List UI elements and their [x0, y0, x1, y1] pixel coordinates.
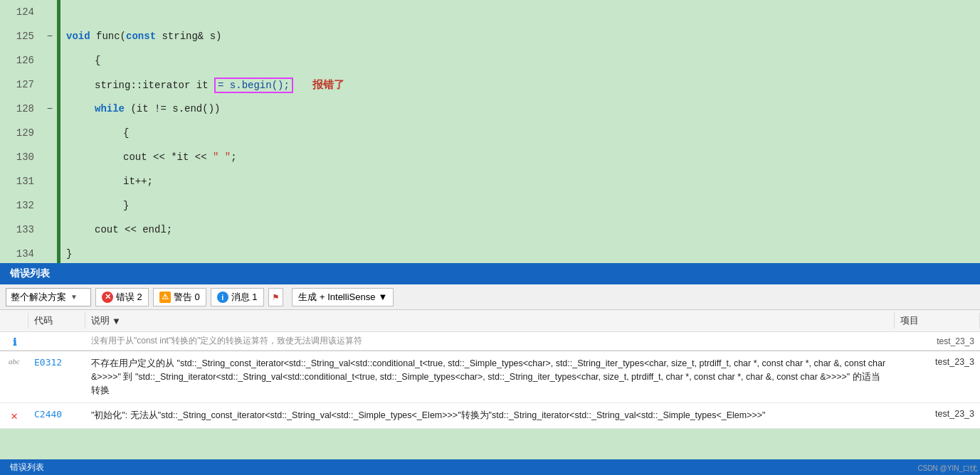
error-filter-btn[interactable]: ✕ 错误 2 [95, 288, 149, 306]
table-row: ℹ没有用于从"const int"转换的"定义的转换运算符，致使无法调用该运算符… [0, 332, 980, 351]
green-bar [57, 218, 60, 242]
bottom-status-label: 错误列表 [10, 461, 44, 474]
table-row: ✕C2440"初始化": 无法从"std::_String_const_iter… [0, 403, 980, 429]
generate-arrow-icon: ▼ [378, 292, 387, 302]
sort-icon: ▼ [112, 316, 121, 326]
line-content: it++; [117, 176, 980, 187]
abc-icon: abc [9, 357, 20, 365]
error-rows-container: ℹ没有用于从"const int"转换的"定义的转换运算符，致使无法调用该运算符… [0, 332, 980, 459]
project-header-label: 项目 [900, 315, 919, 326]
code-header-label: 代码 [34, 315, 53, 326]
filter-funnel-icon: ⚑ [273, 292, 279, 303]
line-number: 125 [0, 31, 43, 42]
error-toolbar: 整个解决方案 ▼ ✕ 错误 2 ⚠ 警告 0 i 消息 1 ⚑ 生成 + Int… [0, 284, 980, 310]
green-bar [57, 48, 60, 73]
green-bar [57, 121, 60, 145]
warning-btn-label: 警告 0 [174, 291, 200, 304]
line-content: void func(const string& s) [60, 31, 980, 42]
col-code-header: 代码 [28, 313, 85, 329]
error-code-link[interactable]: C2440 [34, 409, 62, 420]
table-row: abcE0312不存在用户定义的从 "std::_String_const_it… [0, 351, 980, 403]
warning-badge-icon: ⚠ [159, 292, 171, 303]
solution-dropdown[interactable]: 整个解决方案 ▼ [6, 288, 91, 306]
line-number: 132 [0, 200, 43, 211]
green-bar [57, 97, 60, 121]
error-description: 不存在用户定义的从 "std::_String_const_iterator<s… [85, 354, 895, 400]
solution-dropdown-label: 整个解决方案 [11, 291, 66, 304]
line-content: cout << endl; [89, 224, 980, 235]
message-btn-label: 消息 1 [231, 291, 258, 304]
watermark: CSDN @YIN_口忧 [918, 464, 978, 474]
warning-filter-btn[interactable]: ⚠ 警告 0 [153, 288, 206, 306]
line-content: } [117, 200, 980, 211]
error-code-link[interactable]: E0312 [34, 357, 62, 368]
code-line: 131it++; [0, 169, 980, 193]
col-project-header: 项目 [895, 313, 980, 329]
line-number: 129 [0, 127, 43, 139]
info-icon: ℹ [13, 336, 16, 348]
code-line: 127string::iterator it = s.begin(); 报错了 [0, 73, 980, 97]
message-filter-btn[interactable]: i 消息 1 [211, 288, 264, 306]
line-content: { [89, 55, 980, 66]
error-badge-icon: ✕ [102, 292, 113, 303]
code-line: 134} [0, 242, 980, 263]
filter-icon-btn[interactable]: ⚑ [268, 288, 284, 306]
error-panel: 错误列表 整个解决方案 ▼ ✕ 错误 2 ⚠ 警告 0 i 消息 1 ⚑ 生成 … [0, 263, 980, 475]
line-number: 134 [0, 248, 43, 260]
error-panel-header: 错误列表 [0, 263, 980, 284]
error-panel-title: 错误列表 [10, 267, 50, 279]
code-line: 126{ [0, 48, 980, 73]
green-bar [57, 73, 60, 97]
error-description: "初始化": 无法从"std::_String_const_iterator<s… [85, 406, 895, 425]
line-number: 130 [0, 151, 43, 163]
line-number: 126 [0, 55, 43, 66]
error-table-header: 代码 说明 ▼ 项目 [0, 310, 980, 332]
collapse-gutter[interactable]: − [43, 31, 57, 42]
code-line: 128−while (it != s.end()) [0, 97, 980, 121]
message-badge-icon: i [217, 292, 228, 303]
line-content: cout << *it << " "; [117, 151, 980, 163]
line-number: 124 [0, 6, 43, 18]
generate-btn[interactable]: 生成 + IntelliSense ▼ [292, 288, 394, 306]
code-line: 133cout << endl; [0, 218, 980, 242]
col-icon-header [0, 313, 28, 329]
dropdown-arrow-icon: ▼ [70, 293, 78, 301]
green-bar [57, 193, 60, 218]
line-content: while (it != s.end()) [89, 103, 980, 114]
green-bar [57, 169, 60, 193]
line-number: 131 [0, 176, 43, 187]
line-content: string::iterator it = s.begin(); 报错了 [89, 78, 980, 92]
green-bar [57, 0, 60, 24]
collapse-gutter[interactable]: − [43, 103, 57, 114]
line-number: 133 [0, 224, 43, 235]
error-btn-label: 错误 2 [116, 291, 142, 304]
desc-header-label: 说明 [91, 314, 110, 327]
error-description-faded: 没有用于从"const int"转换的"定义的转换运算符，致使无法调用该运算符 [85, 333, 895, 348]
bottom-status-bar: 错误列表 [0, 459, 980, 475]
error-icon: ✕ [11, 409, 18, 423]
code-line: 124 [0, 0, 980, 24]
line-number: 128 [0, 103, 43, 114]
error-annotation: 报错了 [293, 80, 344, 92]
line-content: { [117, 127, 980, 139]
code-line: 132} [0, 193, 980, 218]
code-line: 130cout << *it << " "; [0, 145, 980, 169]
line-content: } [60, 248, 980, 260]
generate-btn-label: 生成 + IntelliSense [298, 291, 375, 304]
green-bar [57, 145, 60, 169]
line-number: 127 [0, 79, 43, 90]
code-editor: 124125−void func(const string& s)126{127… [0, 0, 980, 263]
col-desc-header[interactable]: 说明 ▼ [85, 313, 895, 329]
code-line: 129{ [0, 121, 980, 145]
code-line: 125−void func(const string& s) [0, 24, 980, 48]
highlighted-code: = s.begin(); [214, 78, 293, 93]
